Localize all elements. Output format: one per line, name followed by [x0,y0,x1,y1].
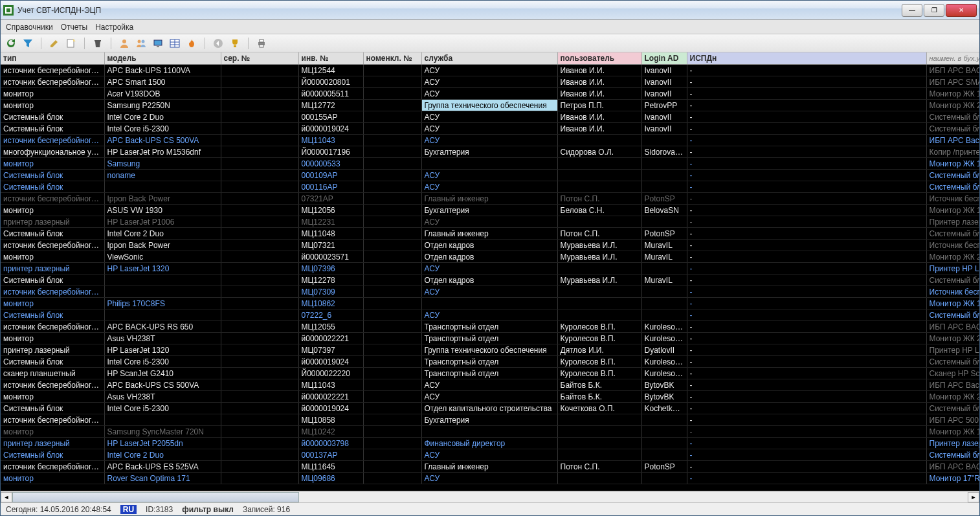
table-row[interactable]: Системный блокМЦ12278Отдел кадровМуравье… [1,275,979,286]
refresh-icon[interactable] [5,37,17,50]
filter-icon[interactable] [21,37,34,50]
table-row[interactable]: мониторAsus VH238Tй0000022221АСУБайтов Б… [1,391,979,403]
table-row[interactable]: источник бесперебойного питаIppon Back P… [1,193,979,205]
cell: Монитор 17"RoverScan Optima [926,473,979,484]
column-header[interactable]: ИСПДн [687,52,926,65]
cell: 000000533 [298,158,363,170]
column-header[interactable]: модель [104,52,221,65]
cell: Потон С.П. [557,228,641,240]
print-icon[interactable] [255,37,268,50]
table-row[interactable]: источник бесперебойного питаAPC BACK-UPS… [1,321,979,333]
table-row[interactable]: источник бесперебойного питаAPC Back-UPS… [1,461,979,473]
table-row[interactable]: принтер лазерныйHP LaserJet 1320МЦ07397Г… [1,344,979,356]
table-row[interactable]: источник бесперебойного питаAPC Back-UPS… [1,135,979,146]
table-row[interactable]: мониторPhilips 170C8FSМЦ10862-Монитор ЖК… [1,298,979,309]
scroll-thumb[interactable] [12,492,299,502]
users-icon[interactable] [135,37,148,50]
cell: принтер лазерный [1,344,104,356]
table-row[interactable]: Системный блокIntel Core 2 Duo000155АРАС… [1,111,979,123]
table-row[interactable]: принтер лазерныйHP LaserJet P1006МЦ12231… [1,216,979,228]
cell: - [687,414,926,426]
cell: Отдел кадров [421,251,557,263]
cell: - [687,205,926,216]
table-row[interactable]: мониторAcer V193DOBй0000005511АСУИванов … [1,88,979,100]
table-row[interactable]: Системный блокIntel Core i5-2300й0000019… [1,356,979,368]
scroll-left-icon[interactable]: ◄ [1,492,12,502]
table-row[interactable]: мониторAsus VH238Tй0000022221Транспортны… [1,333,979,344]
column-header[interactable]: инв. № [298,52,363,65]
menu-item-reports[interactable]: Отчеты [61,23,87,32]
table-row[interactable]: Системный блокnoname000109АРАСУ-Системны… [1,170,979,181]
column-header[interactable]: служба [421,52,557,65]
svg-marker-4 [73,39,76,41]
scroll-right-icon[interactable]: ► [968,492,979,502]
table-row[interactable]: сканер планшетныйHP ScanJet G2410Й000002… [1,368,979,379]
table-row[interactable]: мониторViewSonicй0000023571Отдел кадровМ… [1,251,979,263]
column-header[interactable]: пользователь [557,52,641,65]
table-row[interactable]: Системный блок000116АРАСУ-Системный блок… [1,181,979,193]
grid-container: типмодельсер. №инв. №номенкл. №службапол… [1,52,979,502]
table-row[interactable]: источник бесперебойного питаМЦ07309АСУ-И… [1,286,979,298]
cell: й0000022221 [298,333,363,344]
maximize-button[interactable]: ❐ [924,4,944,17]
cell: Главный инженер [421,193,557,205]
cell: ViewSonic [104,251,221,263]
table-row[interactable]: мониторSamsung P2250NМЦ12772Группа техни… [1,100,979,111]
menu-item-directories[interactable]: Справочники [6,23,53,32]
trophy-icon[interactable] [228,37,241,50]
table-row[interactable]: источник бесперебойного питаIppon Back P… [1,240,979,251]
table-row[interactable]: источник бесперебойного питаAPC Back-UPS… [1,379,979,391]
cell [557,263,641,275]
menu-item-settings[interactable]: Настройка [95,23,133,32]
table-row[interactable]: принтер лазерныйHP LaserJet 1320МЦ07396А… [1,263,979,275]
column-header[interactable]: Login AD [641,52,687,65]
table-row[interactable]: мониторSamsung SyncMaster 720NМЦ10242-Мо… [1,426,979,438]
cell: Системный блок Intel Core i5-2 [926,123,979,135]
table-row[interactable]: Системный блокIntel Core i5-2300й0000019… [1,403,979,414]
table-icon[interactable] [168,37,181,50]
cell [557,298,641,309]
table-row[interactable]: мониторASUS VW 1930МЦ12056БухгалтерияБел… [1,205,979,216]
table-row[interactable]: мониторRover Scan Optima 171МЦ09686АСУ-М… [1,473,979,484]
app-icon [3,5,14,16]
new-icon[interactable] [65,37,78,50]
column-filter-input[interactable] [930,54,980,62]
column-header[interactable] [926,52,979,65]
table-row[interactable]: источник бесперебойного питаМЦ10858Бухга… [1,414,979,426]
cell [221,426,298,438]
cell: источник бесперебойного пита [1,240,104,251]
table-row[interactable]: источник бесперебойного питаAPC Back-UPS… [1,65,979,76]
cell [221,286,298,298]
column-header[interactable]: номенкл. № [363,52,421,65]
table-row[interactable]: многофункциональное устройHP LaserJet Pr… [1,146,979,158]
cell: KurolesovVP [641,333,687,344]
data-grid[interactable]: типмодельсер. №инв. №номенкл. №службапол… [1,52,979,491]
cell [363,286,421,298]
table-row[interactable]: источник бесперебойного питаAPC Smart 15… [1,76,979,88]
fire-icon[interactable] [185,37,198,50]
cell [641,170,687,181]
close-button[interactable]: ✕ [946,4,977,17]
cell: АСУ [421,379,557,391]
edit-icon[interactable] [48,37,61,50]
table-row[interactable]: принтер лазерныйHP LaserJet P2055dnй0000… [1,438,979,449]
column-header[interactable]: тип [1,52,104,65]
cell: - [687,170,926,181]
delete-icon[interactable] [91,37,104,50]
cell: Й0000022220 [298,368,363,379]
cell: Потон С.П. [557,193,641,205]
table-row[interactable]: Системный блокIntel Core i5-2300й0000019… [1,123,979,135]
cell: - [687,286,926,298]
table-row[interactable]: Системный блокIntel Core 2 DuoМЦ11048Гла… [1,228,979,240]
monitor-icon[interactable] [151,37,164,50]
horizontal-scrollbar[interactable]: ◄ ► [1,491,979,502]
table-row[interactable]: мониторSamsung000000533-Монитор ЖК 17 Са… [1,158,979,170]
back-icon[interactable] [212,37,225,50]
column-header[interactable]: сер. № [221,52,298,65]
minimize-button[interactable]: — [902,4,922,17]
scroll-track[interactable] [12,492,968,502]
user-icon[interactable] [118,37,131,50]
table-row[interactable]: Системный блокIntel Core 2 Duo000137АРАС… [1,449,979,461]
table-row[interactable]: Системный блок07222_6АСУ-Системный блок … [1,309,979,321]
cell [104,286,221,298]
